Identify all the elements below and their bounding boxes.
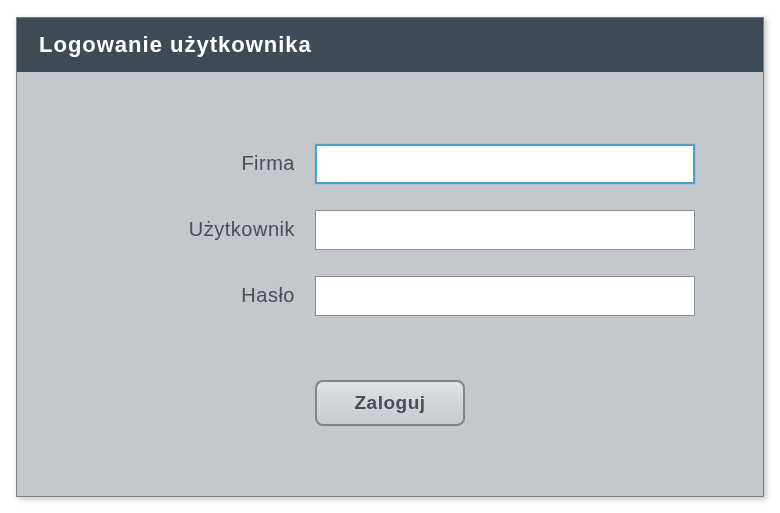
row-user: Użytkownik — [85, 210, 695, 250]
label-user: Użytkownik — [85, 218, 295, 241]
label-company: Firma — [85, 152, 295, 175]
panel-body: Firma Użytkownik Hasło Zaloguj — [17, 72, 763, 496]
button-row: Zaloguj — [315, 380, 465, 426]
login-button[interactable]: Zaloguj — [315, 380, 465, 426]
password-input[interactable] — [315, 276, 695, 316]
label-password: Hasło — [85, 284, 295, 307]
user-input[interactable] — [315, 210, 695, 250]
login-panel: Logowanie użytkownika Firma Użytkownik H… — [16, 17, 764, 497]
row-password: Hasło — [85, 276, 695, 316]
row-company: Firma — [85, 144, 695, 184]
panel-title: Logowanie użytkownika — [17, 18, 763, 72]
company-input[interactable] — [315, 144, 695, 184]
login-form: Firma Użytkownik Hasło — [85, 144, 695, 316]
